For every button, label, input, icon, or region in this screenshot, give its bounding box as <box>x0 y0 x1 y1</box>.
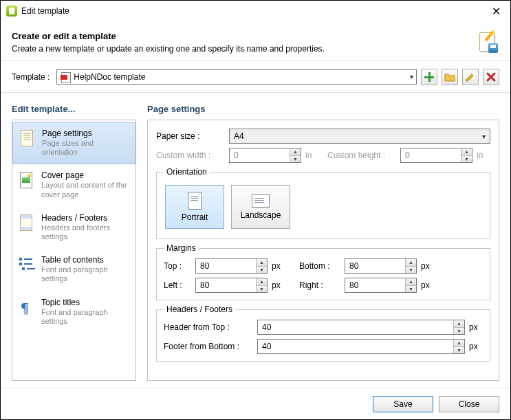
sidebar-item-headers-footers[interactable]: Headers / Footers Headers and footers se… <box>12 208 135 248</box>
sidebar-item-desc: Layout and content of the cover page <box>41 181 130 199</box>
margin-top-value: 80 <box>200 261 209 271</box>
sidebar-item-page-settings[interactable]: Page settings Page sizes and orientation <box>12 122 135 164</box>
sidebar-item-desc: Font and paragraph settings <box>41 265 130 283</box>
custom-width-unit: in <box>305 151 319 160</box>
sidebar-item-topic-titles[interactable]: ¶ Topic titles Font and paragraph settin… <box>12 292 135 333</box>
template-select[interactable]: HelpNDoc template ▾ <box>56 69 417 85</box>
margin-left-input[interactable]: 80 ▲▼ <box>195 278 268 293</box>
cover-page-icon <box>20 172 32 188</box>
svg-rect-1 <box>424 76 434 78</box>
header-title: Create or edit a template <box>12 31 477 41</box>
custom-height-unit: in <box>477 151 490 160</box>
custom-width-value: 0 <box>234 151 239 160</box>
sidebar-heading: Edit template... <box>12 104 136 114</box>
sidebar-item-title: Headers / Footers <box>41 213 130 223</box>
sidebar-panel: Page settings Page sizes and orientation… <box>12 120 136 381</box>
template-doc-icon <box>477 31 499 53</box>
template-toolbar: Template : HelpNDoc template ▾ <box>1 61 510 93</box>
chevron-down-icon: ▾ <box>482 133 486 140</box>
spinner-arrows[interactable]: ▲▼ <box>256 278 267 292</box>
main-heading: Page settings <box>147 104 499 114</box>
add-template-button[interactable] <box>421 69 437 85</box>
spinner-arrows: ▲▼ <box>461 148 472 162</box>
page-icon <box>21 130 33 146</box>
custom-height-label: Custom height : <box>327 151 396 160</box>
margin-right-input[interactable]: 80 ▲▼ <box>345 278 417 293</box>
orientation-portrait-label: Portrait <box>182 212 208 222</box>
margin-top-input[interactable]: 80 ▲▼ <box>195 258 268 274</box>
dialog-window: Edit template ✕ Create or edit a templat… <box>0 0 511 420</box>
chevron-down-icon: ▾ <box>410 73 413 80</box>
margin-bottom-input[interactable]: 80 ▲▼ <box>345 258 417 274</box>
landscape-page-icon <box>252 194 270 208</box>
dialog-footer: Save Close <box>1 388 510 419</box>
sidebar-item-desc: Headers and footers settings <box>41 223 130 241</box>
margin-bottom-label: Bottom : <box>299 261 340 271</box>
sidebar-item-cover-page[interactable]: Cover page Layout and content of the cov… <box>12 165 135 206</box>
app-icon <box>6 5 17 16</box>
pilcrow-icon: ¶ <box>21 299 29 317</box>
margin-top-label: Top : <box>164 261 191 271</box>
margins-legend: Margins <box>164 243 199 253</box>
main-panel: Paper size : A4 ▾ Custom width : 0 ▲▼ in… <box>147 120 499 381</box>
sidebar-item-title: Topic titles <box>41 298 130 307</box>
margin-right-unit: px <box>421 280 435 290</box>
header-panel: Create or edit a template Create a new t… <box>1 21 510 61</box>
custom-width-label: Custom width : <box>156 151 225 160</box>
paper-size-select[interactable]: A4 ▾ <box>229 129 490 144</box>
open-folder-button[interactable] <box>442 69 458 85</box>
header-from-top-unit: px <box>469 322 483 332</box>
save-button[interactable]: Save <box>373 396 433 412</box>
close-icon[interactable]: ✕ <box>488 3 505 19</box>
footer-from-bottom-input[interactable]: 40 ▲▼ <box>257 339 465 354</box>
sidebar-item-title: Table of contents <box>41 255 130 265</box>
spinner-arrows[interactable]: ▲▼ <box>453 340 464 353</box>
headers-footers-group: Headers / Footers Header from Top : 40 ▲… <box>156 305 490 362</box>
edit-button[interactable] <box>462 69 479 85</box>
sidebar-item-title: Page settings <box>42 129 129 138</box>
orientation-portrait-button[interactable]: Portrait <box>165 185 224 229</box>
margin-left-label: Left : <box>164 280 191 290</box>
title-bar: Edit template ✕ <box>1 1 510 21</box>
header-subtitle: Create a new template or update an exist… <box>12 44 477 54</box>
custom-width-input: 0 ▲▼ <box>229 148 301 163</box>
header-from-top-input[interactable]: 40 ▲▼ <box>257 320 465 335</box>
hf-legend: Headers / Footers <box>164 305 235 314</box>
footer-from-bottom-label: Footer from Bottom : <box>164 342 253 351</box>
orientation-legend: Orientation <box>164 167 210 177</box>
orientation-group: Orientation Portrait Landscape <box>156 167 490 239</box>
margin-left-unit: px <box>272 280 285 290</box>
header-from-top-value: 40 <box>262 322 271 332</box>
orientation-landscape-label: Landscape <box>241 210 281 220</box>
sidebar-item-desc: Font and paragraph settings <box>41 308 130 326</box>
template-label: Template : <box>12 72 50 82</box>
custom-height-input: 0 ▲▼ <box>400 148 472 163</box>
custom-height-value: 0 <box>405 151 410 160</box>
footer-from-bottom-value: 40 <box>262 342 271 351</box>
footer-from-bottom-unit: px <box>469 342 483 351</box>
paper-size-label: Paper size : <box>156 131 225 141</box>
pdf-icon <box>60 71 71 82</box>
spinner-arrows[interactable]: ▲▼ <box>453 320 464 334</box>
sidebar-item-desc: Page sizes and orientation <box>42 139 129 157</box>
margin-right-value: 80 <box>349 280 358 290</box>
margin-bottom-unit: px <box>421 261 435 271</box>
margins-group: Margins Top : 80 ▲▼ px Bottom : 80 ▲▼ <box>156 243 490 300</box>
spinner-arrows[interactable]: ▲▼ <box>405 278 416 292</box>
margin-bottom-value: 80 <box>349 261 358 271</box>
template-value: HelpNDoc template <box>74 72 145 82</box>
spinner-arrows: ▲▼ <box>290 148 301 162</box>
spinner-arrows[interactable]: ▲▼ <box>405 259 416 273</box>
header-from-top-label: Header from Top : <box>164 322 253 332</box>
window-title: Edit template <box>21 6 488 16</box>
spinner-arrows[interactable]: ▲▼ <box>256 259 267 273</box>
paper-size-value: A4 <box>234 131 244 141</box>
portrait-page-icon <box>188 192 202 210</box>
orientation-landscape-button[interactable]: Landscape <box>231 185 290 229</box>
delete-button[interactable] <box>483 69 499 85</box>
margin-top-unit: px <box>272 261 285 271</box>
margin-left-value: 80 <box>200 280 209 290</box>
close-button[interactable]: Close <box>439 396 499 412</box>
toc-icon <box>19 256 33 273</box>
sidebar-item-table-of-contents[interactable]: Table of contents Font and paragraph set… <box>12 250 135 290</box>
